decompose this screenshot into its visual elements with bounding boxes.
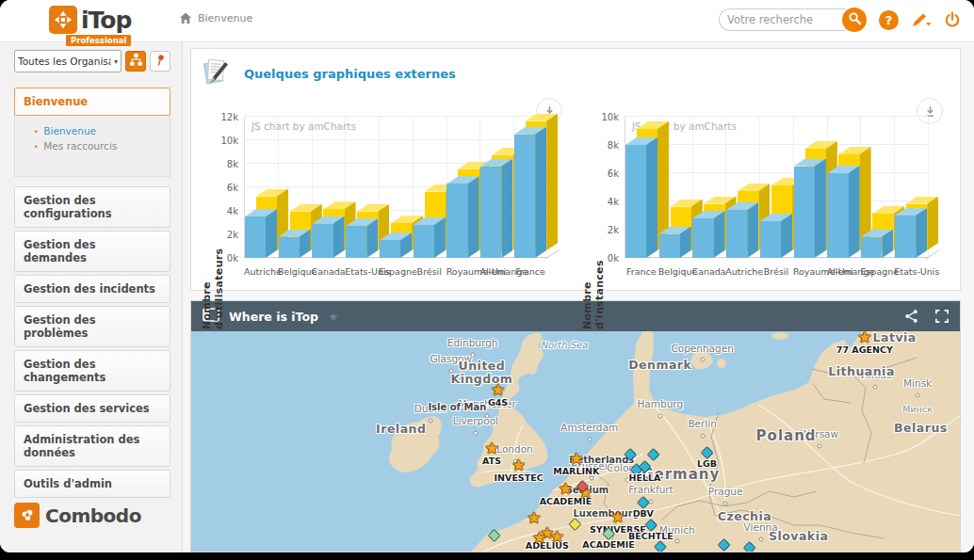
sidebar-item[interactable]: Gestion des configurations — [14, 186, 170, 228]
home-icon[interactable] — [179, 12, 192, 24]
city-dot — [674, 539, 679, 544]
city-dot — [723, 501, 728, 505]
chart-bar-front — [346, 226, 366, 258]
share-icon[interactable] — [904, 309, 918, 324]
map-marker-diamond[interactable]: ◆ACADEMIE — [603, 526, 614, 540]
map-marker-star[interactable]: ★SYNIVERSE — [610, 508, 625, 524]
edit-pencil-icon[interactable] — [911, 11, 932, 28]
y-axis-tick: 2k — [587, 225, 619, 235]
hierarchy-button[interactable] — [125, 51, 146, 72]
map-marker-diamond[interactable]: ◆ — [744, 540, 755, 552]
x-axis-category-label: Autriche — [725, 266, 759, 277]
star-icon: ★ — [610, 508, 625, 524]
logo-title: iTop — [81, 8, 131, 32]
diamond-icon: ◆ — [645, 517, 657, 531]
map-marker-star[interactable]: ★MARLINK — [569, 450, 583, 466]
map-marker-diamond[interactable]: ◆BECHTLE — [645, 517, 657, 531]
x-axis-category-label: Canada — [692, 266, 726, 277]
map-canvas[interactable]: EdinburghGlasgowDublinManchesterLiverpoo… — [191, 331, 960, 552]
map-marker-star[interactable]: ★77 AGENCY — [857, 331, 871, 344]
y-axis-tick: 8k — [587, 140, 619, 151]
city-dot — [590, 475, 594, 480]
x-axis-category-label: Canada — [312, 266, 346, 277]
top-bar: iTop Professional Bienvenue — [0, 0, 974, 42]
sidebar-subitem-mes-raccourcis[interactable]: ‣ Mes raccourcis — [34, 140, 164, 152]
chart-bar-front — [726, 210, 747, 258]
map-marker-diamond[interactable]: ◆ — [625, 446, 636, 460]
city-dot — [916, 392, 920, 397]
map-title: Where is iTop — [229, 310, 318, 324]
star-icon: ★ — [532, 530, 546, 546]
search-input[interactable] — [719, 8, 846, 31]
map-marker-diamond[interactable]: ◆ — [489, 528, 500, 542]
notebook-pen-icon — [199, 55, 233, 92]
marker-label: ATS — [482, 456, 501, 466]
chart-bar-front — [827, 173, 848, 258]
combodo-logo-icon — [14, 503, 40, 528]
bullet-icon: ‣ — [34, 142, 39, 152]
chart-bar-front — [659, 234, 680, 259]
sidebar-item[interactable]: Gestion des incidents — [14, 275, 170, 303]
breadcrumb-label: Bienvenue — [198, 12, 252, 24]
sidebar-item[interactable]: Gestion des services — [14, 394, 170, 423]
map-marker-diamond[interactable]: ◆HELLA — [640, 458, 651, 472]
organization-select[interactable]: Toutes les Organisation ▾ — [14, 50, 122, 72]
sidebar-item[interactable]: Outils d'admin — [14, 470, 170, 498]
map-marker-star[interactable]: ★INVESTEC — [511, 456, 526, 472]
map-marker-diamond[interactable]: ◆DBV — [638, 494, 649, 508]
star-icon: ★ — [569, 450, 583, 466]
diamond-icon: ◆ — [569, 516, 580, 530]
city-dot — [448, 369, 453, 374]
marker-label: ACADEMIE — [582, 540, 635, 550]
x-axis-category-label: France — [513, 266, 547, 277]
chart-bar-front — [414, 225, 434, 258]
chart-bar-front — [895, 216, 916, 258]
search-button[interactable] — [842, 8, 867, 32]
sidebar-item-bienvenue[interactable]: Bienvenue — [14, 88, 170, 116]
map-marker-star[interactable]: ★ — [532, 530, 546, 546]
map-marker-diamond[interactable]: ◆ — [719, 536, 730, 551]
map-marker-star[interactable]: ★ATS — [484, 440, 498, 456]
x-axis-category-label: Espagne — [379, 266, 413, 277]
map-panel: Where is iTop ★ — [190, 300, 961, 552]
main-content: Quelques graphiques externes 0k2k4k6k8k1… — [183, 42, 974, 552]
sidebar-item[interactable]: Gestion des problèmes — [14, 306, 170, 347]
city-dot — [700, 358, 705, 362]
star-icon: ★ — [511, 456, 526, 472]
breadcrumb: Bienvenue — [179, 12, 252, 24]
map-marker-diamond[interactable]: ◆LGB — [702, 445, 713, 459]
city-dot — [700, 434, 705, 439]
chart-bar-front — [861, 237, 882, 259]
y-axis-tick: 6k — [587, 168, 619, 179]
chart-bar-front — [514, 135, 535, 258]
favorite-star-icon[interactable]: ★ — [328, 310, 339, 324]
organization-select-value: Toutes les Organisation — [18, 56, 110, 67]
sidebar-item[interactable]: Gestion des demandes — [14, 231, 170, 272]
diamond-icon: ◆ — [719, 536, 730, 551]
y-axis-title: Nombre d'utilisateurs — [201, 235, 225, 329]
chart-bar-front — [692, 218, 713, 258]
logo-subtitle: Professional — [66, 35, 131, 46]
sidebar-item[interactable]: Gestion des changements — [14, 350, 170, 392]
logout-power-icon[interactable] — [944, 11, 961, 28]
map-marker-star[interactable]: ★ — [550, 529, 564, 545]
fullscreen-icon[interactable] — [935, 310, 949, 323]
sidebar-subitem-bienvenue[interactable]: ‣ Bienvenue — [34, 125, 164, 136]
chart-plot-area: 0k2k4k6k8k10kFranceBelgiqueCanadaAutrich… — [625, 117, 928, 258]
map-marker-diamond[interactable]: ◆ — [655, 539, 666, 552]
pin-button[interactable] — [150, 51, 170, 72]
itop-logo: iTop Professional — [49, 6, 131, 46]
help-icon[interactable]: ? — [879, 10, 899, 30]
sitemap-icon — [129, 53, 143, 71]
map-marker-diamond[interactable]: ◆ — [577, 478, 589, 492]
star-icon: ★ — [491, 382, 505, 398]
map-marker-star[interactable]: ★ACADEMIE — [559, 481, 573, 497]
star-icon: ★ — [857, 331, 871, 344]
bullet-icon: ‣ — [34, 127, 39, 136]
sidebar-item[interactable]: Administration des données — [14, 425, 170, 467]
star-icon: ★ — [550, 529, 564, 545]
map-marker-star[interactable]: ★G4S — [491, 382, 505, 398]
city-dot — [473, 430, 478, 435]
sidebar-subitem-label: Mes raccourcis — [43, 140, 117, 152]
map-marker-diamond[interactable]: ◆ — [569, 516, 580, 530]
